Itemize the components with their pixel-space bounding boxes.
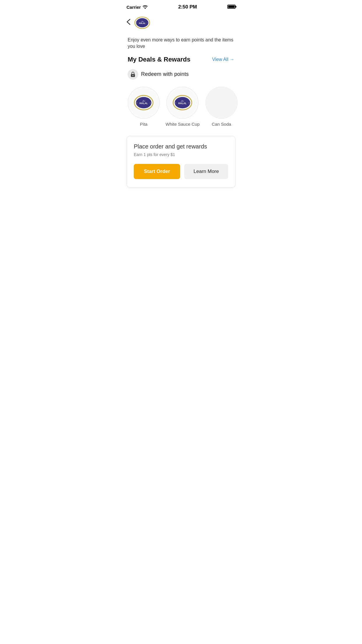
svg-text:حلال: حلال — [142, 100, 145, 102]
svg-text:حلال: حلال — [141, 20, 144, 22]
redeem-row: Redeem with points — [121, 68, 241, 84]
svg-text:HALAL: HALAL — [178, 102, 187, 105]
reward-label-white-sauce: White Sauce Cup — [166, 122, 200, 127]
svg-point-0 — [145, 8, 146, 9]
svg-text:✦: ✦ — [150, 102, 151, 104]
page-header: ✦ ✦ حلال HALAL NOOR FOOD GYROS & KABOBS — [121, 12, 241, 34]
time-display: 2:50 PM — [178, 4, 197, 10]
reward-label-pita: Pita — [140, 122, 147, 127]
svg-text:NOOR FOOD: NOOR FOOD — [140, 97, 147, 99]
section-title: My Deals & Rewards — [128, 56, 190, 63]
card-subtitle: Earn 1 pts for every $1 — [134, 152, 228, 157]
reward-circle-pita: ✦ ✦ حلال HALAL NOOR FOOD GYROS & KABOBS — [128, 87, 160, 119]
learn-more-button[interactable]: Learn More — [184, 164, 228, 179]
page-subtitle: Enjoy even more ways to earn points and … — [121, 34, 241, 55]
view-all-button[interactable]: View All → — [212, 57, 234, 62]
svg-text:NOOR FOOD: NOOR FOOD — [179, 97, 186, 99]
start-order-button[interactable]: Start Order — [134, 164, 180, 179]
svg-text:GYROS & KABOBS: GYROS & KABOBS — [138, 26, 146, 27]
restaurant-logo: ✦ ✦ حلال HALAL NOOR FOOD GYROS & KABOBS — [134, 15, 150, 31]
reward-item-white-sauce[interactable]: ✦ ✦ حلال HALAL NOOR FOOD GYROS & KABOBS … — [166, 87, 200, 127]
reward-circle-can-soda — [205, 87, 238, 119]
svg-text:GYROS & KABOBS: GYROS & KABOBS — [139, 107, 148, 108]
back-button[interactable] — [126, 18, 134, 28]
carrier-label: Carrier — [126, 5, 141, 10]
reward-label-can-soda: Can Soda — [212, 122, 231, 127]
rewards-carousel[interactable]: ✦ ✦ حلال HALAL NOOR FOOD GYROS & KABOBS … — [121, 84, 241, 134]
svg-text:حلال: حلال — [181, 100, 184, 102]
svg-text:GYROS & KABOBS: GYROS & KABOBS — [178, 107, 187, 108]
svg-text:✦: ✦ — [175, 102, 176, 104]
redeem-label: Redeem with points — [141, 71, 189, 77]
svg-text:HALAL: HALAL — [139, 22, 146, 24]
reward-item-can-soda[interactable]: Can Soda — [205, 87, 238, 127]
section-header: My Deals & Rewards View All → — [121, 55, 241, 68]
svg-text:HALAL: HALAL — [140, 102, 148, 105]
svg-point-11 — [133, 75, 133, 76]
svg-text:✦: ✦ — [189, 102, 190, 104]
svg-text:✦: ✦ — [136, 102, 138, 104]
battery-indicator — [227, 5, 236, 10]
status-bar: Carrier 2:50 PM — [121, 0, 241, 12]
svg-text:NOOR FOOD: NOOR FOOD — [139, 19, 145, 20]
card-title: Place order and get rewards — [134, 143, 228, 150]
carrier-info: Carrier — [126, 5, 148, 10]
place-order-card: Place order and get rewards Earn 1 pts f… — [126, 136, 236, 188]
card-buttons: Start Order Learn More — [134, 164, 228, 179]
lock-icon — [128, 69, 138, 80]
reward-circle-white-sauce: ✦ ✦ حلال HALAL NOOR FOOD GYROS & KABOBS — [166, 87, 198, 119]
reward-item-pita[interactable]: ✦ ✦ حلال HALAL NOOR FOOD GYROS & KABOBS … — [128, 87, 160, 127]
wifi-icon — [143, 5, 148, 10]
